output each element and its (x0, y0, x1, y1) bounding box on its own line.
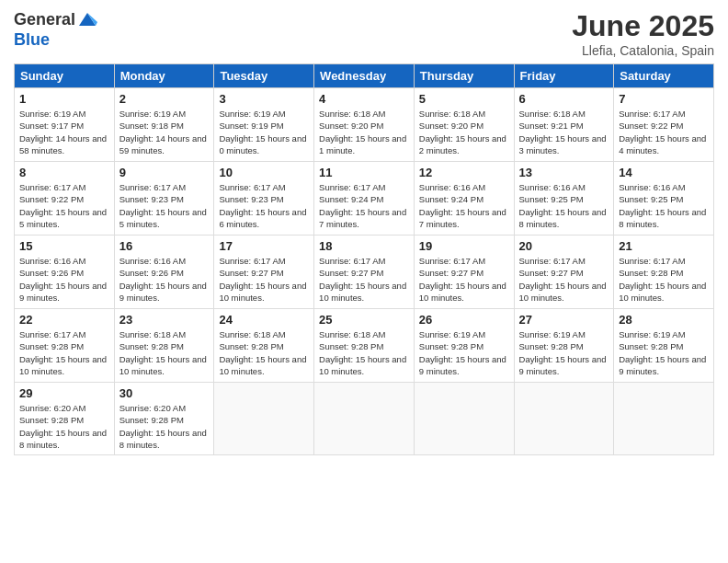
day-21: 21 Sunrise: 6:17 AMSunset: 9:28 PMDaylig… (614, 236, 714, 309)
table-row: 15 Sunrise: 6:16 AMSunset: 9:26 PMDaylig… (15, 236, 714, 309)
day-27: 27 Sunrise: 6:19 AMSunset: 9:28 PMDaylig… (514, 309, 614, 383)
col-monday: Monday (114, 64, 214, 88)
day-25: 25 Sunrise: 6:18 AMSunset: 9:28 PMDaylig… (314, 309, 415, 383)
day-18: 18 Sunrise: 6:17 AMSunset: 9:27 PMDaylig… (314, 236, 415, 309)
day-17: 17 Sunrise: 6:17 AMSunset: 9:27 PMDaylig… (214, 236, 314, 309)
day-9: 9 Sunrise: 6:17 AMSunset: 9:23 PMDayligh… (114, 162, 214, 236)
day-15: 15 Sunrise: 6:16 AMSunset: 9:26 PMDaylig… (15, 236, 115, 309)
header: General Blue June 2025 Llefia, Catalonia… (14, 9, 714, 58)
month-title: June 2025 (572, 9, 714, 43)
empty-cell (414, 383, 514, 455)
title-area: June 2025 Llefia, Catalonia, Spain (572, 9, 714, 58)
location-title: Llefia, Catalonia, Spain (572, 43, 714, 58)
day-29: 29 Sunrise: 6:20 AMSunset: 9:28 PMDaylig… (15, 383, 115, 455)
table-row: 1 Sunrise: 6:19 AMSunset: 9:17 PMDayligh… (15, 88, 714, 162)
day-19: 19 Sunrise: 6:17 AMSunset: 9:27 PMDaylig… (414, 236, 514, 309)
day-2: 2 Sunrise: 6:19 AMSunset: 9:18 PMDayligh… (114, 88, 214, 162)
day-7: 7 Sunrise: 6:17 AMSunset: 9:22 PMDayligh… (614, 88, 714, 162)
day-8: 8 Sunrise: 6:17 AMSunset: 9:22 PMDayligh… (15, 162, 115, 236)
day-23: 23 Sunrise: 6:18 AMSunset: 9:28 PMDaylig… (114, 309, 214, 383)
day-22: 22 Sunrise: 6:17 AMSunset: 9:28 PMDaylig… (15, 309, 115, 383)
empty-cell (314, 383, 415, 455)
table-row: 8 Sunrise: 6:17 AMSunset: 9:22 PMDayligh… (15, 162, 714, 236)
table-row: 29 Sunrise: 6:20 AMSunset: 9:28 PMDaylig… (15, 383, 714, 455)
day-13: 13 Sunrise: 6:16 AMSunset: 9:25 PMDaylig… (514, 162, 614, 236)
empty-cell (614, 383, 714, 455)
day-14: 14 Sunrise: 6:16 AMSunset: 9:25 PMDaylig… (614, 162, 714, 236)
day-24: 24 Sunrise: 6:18 AMSunset: 9:28 PMDaylig… (214, 309, 314, 383)
day-11: 11 Sunrise: 6:17 AMSunset: 9:24 PMDaylig… (314, 162, 415, 236)
col-sunday: Sunday (15, 64, 115, 88)
col-tuesday: Tuesday (214, 64, 314, 88)
calendar-header-row: Sunday Monday Tuesday Wednesday Thursday… (15, 64, 714, 88)
day-5: 5 Sunrise: 6:18 AMSunset: 9:20 PMDayligh… (414, 88, 514, 162)
day-16: 16 Sunrise: 6:16 AMSunset: 9:26 PMDaylig… (114, 236, 214, 309)
col-wednesday: Wednesday (314, 64, 415, 88)
empty-cell (514, 383, 614, 455)
logo-general-text: General (14, 11, 75, 29)
day-4: 4 Sunrise: 6:18 AMSunset: 9:20 PMDayligh… (314, 88, 415, 162)
page-container: General Blue June 2025 Llefia, Catalonia… (0, 0, 728, 465)
empty-cell (214, 383, 314, 455)
logo: General Blue (14, 9, 97, 50)
col-saturday: Saturday (614, 64, 714, 88)
day-12: 12 Sunrise: 6:16 AMSunset: 9:24 PMDaylig… (414, 162, 514, 236)
col-thursday: Thursday (414, 64, 514, 88)
day-6: 6 Sunrise: 6:18 AMSunset: 9:21 PMDayligh… (514, 88, 614, 162)
calendar-table: Sunday Monday Tuesday Wednesday Thursday… (14, 63, 714, 455)
day-28: 28 Sunrise: 6:19 AMSunset: 9:28 PMDaylig… (614, 309, 714, 383)
day-3: 3 Sunrise: 6:19 AMSunset: 9:19 PMDayligh… (214, 88, 314, 162)
day-10: 10 Sunrise: 6:17 AMSunset: 9:23 PMDaylig… (214, 162, 314, 236)
day-20: 20 Sunrise: 6:17 AMSunset: 9:27 PMDaylig… (514, 236, 614, 309)
logo-blue-text: Blue (14, 31, 97, 50)
col-friday: Friday (514, 64, 614, 88)
day-30: 30 Sunrise: 6:20 AMSunset: 9:28 PMDaylig… (114, 383, 214, 455)
table-row: 22 Sunrise: 6:17 AMSunset: 9:28 PMDaylig… (15, 309, 714, 383)
day-1: 1 Sunrise: 6:19 AMSunset: 9:17 PMDayligh… (15, 88, 115, 162)
logo-icon (77, 9, 97, 29)
day-26: 26 Sunrise: 6:19 AMSunset: 9:28 PMDaylig… (414, 309, 514, 383)
